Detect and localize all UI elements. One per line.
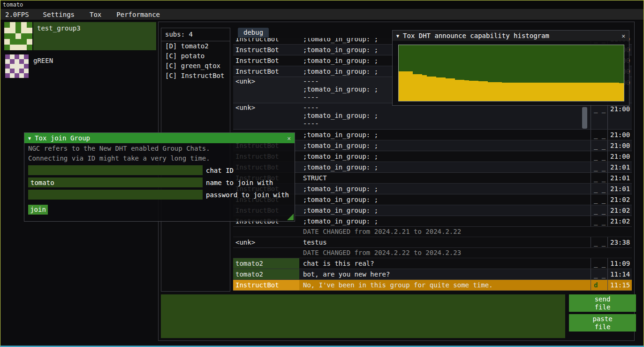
histogram-bar	[408, 71, 413, 101]
avatar-pixel	[21, 45, 27, 50]
avatar-pixel	[19, 73, 24, 78]
tab-debug[interactable]: debug	[238, 28, 269, 38]
histogram-bar	[558, 83, 563, 101]
menu-items: SettingsToxPerformance	[34, 11, 166, 18]
group-avatar	[5, 54, 29, 78]
histogram-bar	[497, 82, 502, 101]
sidebar-group-test_group3[interactable]: test_group3	[4, 22, 156, 50]
sidebar-group-gREEN[interactable]: gREEN	[4, 54, 156, 80]
message-status: _ _	[591, 205, 607, 216]
member-item[interactable]: [C] green_qtox	[161, 61, 230, 71]
avatar-pixel	[10, 22, 15, 28]
avatar-pixel	[27, 45, 32, 50]
message-text: ;tomato_in_group: ;	[299, 130, 591, 140]
message-time: 21:00	[607, 140, 632, 151]
member-item[interactable]: [C] potato	[161, 51, 230, 61]
join-password-label: password to join with	[206, 191, 289, 199]
avatar-pixel	[24, 73, 29, 78]
message-sender: <unk>	[233, 237, 299, 247]
histogram-bar	[600, 83, 605, 101]
join-name-input[interactable]	[28, 177, 203, 187]
avatar-pixel	[27, 28, 32, 33]
histogram-bar	[427, 77, 432, 101]
avatar-pixel	[5, 69, 10, 73]
menu-item-performance[interactable]: Performance	[111, 11, 166, 18]
window-titlebar: tomato	[0, 0, 644, 9]
histogram-bar	[610, 83, 614, 101]
message-status: _ _	[591, 194, 607, 205]
chat-id-label: chat ID	[206, 167, 234, 174]
histogram-bar	[483, 81, 488, 101]
avatar-pixel	[15, 39, 21, 45]
avatar-pixel	[10, 45, 15, 50]
message-time: 21:00	[607, 151, 632, 162]
message-sender: InstructBot	[233, 55, 299, 66]
message-row: <unk>---- ;tomato_in_group: ; ----_ _21:…	[233, 103, 632, 130]
histogram-bar	[572, 83, 577, 101]
histogram-bar	[455, 80, 460, 101]
message-time: 11:15	[607, 280, 632, 290]
member-item[interactable]: [D] tomato2	[161, 41, 230, 51]
message-status: _ _	[591, 151, 607, 162]
avatar-pixel	[5, 54, 10, 59]
histogram-bar	[441, 77, 446, 101]
close-icon[interactable]: ✕	[621, 32, 625, 39]
collapse-arrow-icon[interactable]: ▼	[396, 33, 399, 39]
message-row: tomato2bot, are you new here?_ _11:14	[233, 269, 632, 280]
message-sender: tomato2	[233, 258, 299, 269]
histogram-bar	[446, 78, 450, 101]
avatar-pixel	[15, 69, 19, 73]
avatar-pixel	[4, 39, 10, 45]
histogram-bar	[399, 71, 403, 101]
message-time: 21:01	[607, 173, 632, 183]
histogram-bar	[450, 78, 455, 101]
message-status: _ _	[591, 162, 607, 172]
message-text: STRUCT	[299, 173, 591, 183]
message-status: _ _	[591, 173, 607, 183]
avatar-pixel	[10, 39, 15, 45]
avatar-pixel	[15, 33, 21, 39]
avatar-pixel	[19, 59, 24, 64]
close-icon[interactable]: ✕	[287, 135, 291, 142]
paste-file-button[interactable]: paste file	[569, 314, 636, 332]
resize-grip[interactable]	[287, 214, 294, 220]
avatar-pixel	[10, 73, 15, 78]
chat-id-input[interactable]	[28, 165, 203, 175]
members-count: subs: 4	[161, 28, 230, 41]
avatar-pixel	[10, 64, 15, 69]
message-row: <unk>testus_ _23:38	[233, 237, 632, 248]
avatar-pixel	[5, 59, 10, 64]
join-password-input[interactable]	[28, 190, 203, 200]
message-status: _ _	[591, 237, 607, 247]
join-group-titlebar: ▼ Tox join Group ✕	[24, 133, 295, 143]
collapse-arrow-icon[interactable]: ▼	[28, 136, 31, 141]
avatar-pixel	[15, 59, 19, 64]
avatar-pixel	[21, 28, 27, 33]
member-item[interactable]: [C] InstructBot	[161, 71, 230, 81]
message-text: ;tomato_in_group: ;	[299, 151, 591, 162]
avatar-pixel	[21, 22, 27, 28]
menu-item-settings[interactable]: Settings	[38, 11, 80, 18]
avatar-pixel	[5, 64, 10, 69]
histogram-bar	[488, 82, 492, 101]
scrollbar-thumb[interactable]	[582, 107, 587, 129]
histogram-bar	[460, 80, 464, 101]
histogram-bar	[563, 83, 568, 101]
avatar-pixel	[15, 54, 19, 59]
avatar-pixel	[24, 54, 29, 59]
message-input[interactable]	[161, 294, 565, 338]
join-group-title: Tox join Group	[35, 134, 90, 142]
histogram-bar	[417, 74, 422, 101]
message-status: d	[591, 280, 607, 290]
avatar-pixel	[15, 64, 19, 69]
message-text: testus	[299, 237, 591, 247]
message-time: 11:14	[607, 269, 632, 279]
send-file-button[interactable]: send file	[569, 294, 636, 312]
avatar-pixel	[24, 59, 29, 64]
message-text: ;tomato_in_group: ;	[299, 216, 591, 226]
join-info-line-1: NGC refers to the New DHT enabled Group …	[28, 144, 291, 153]
dht-histogram-title: Tox DHT announce capability histogram	[403, 32, 549, 39]
histogram-bar	[413, 74, 417, 101]
menu-item-tox[interactable]: Tox	[84, 11, 107, 18]
join-button[interactable]: join	[28, 205, 48, 215]
